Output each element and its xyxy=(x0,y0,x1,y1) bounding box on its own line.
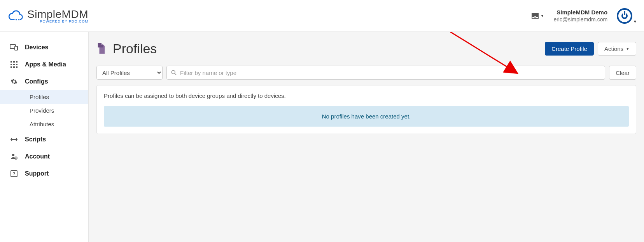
account-icon xyxy=(10,153,18,160)
search-icon xyxy=(171,70,177,75)
inbox-icon xyxy=(531,13,539,19)
support-icon: ? xyxy=(10,170,18,178)
sidebar-item-account[interactable]: Account xyxy=(0,148,88,165)
svg-rect-4 xyxy=(10,61,12,63)
svg-point-0 xyxy=(16,19,17,20)
svg-point-1 xyxy=(18,19,20,20)
svg-rect-10 xyxy=(10,66,12,68)
devices-icon xyxy=(10,44,18,51)
svg-rect-12 xyxy=(16,66,18,68)
svg-rect-11 xyxy=(13,66,15,68)
cloud-icon xyxy=(7,10,23,22)
page-title: Profiles xyxy=(113,41,157,56)
sidebar-item-label: Attributes xyxy=(30,121,54,127)
sidebar-item-apps-media[interactable]: Apps & Media xyxy=(0,56,88,73)
sidebar-subitem-profiles[interactable]: Profiles xyxy=(0,90,88,104)
app-header: SimpleMDM POWERED BY PDQ.COM ▼ SimpleMDM… xyxy=(0,0,644,32)
svg-rect-9 xyxy=(16,64,18,65)
sidebar-item-label: Configs xyxy=(25,78,48,85)
scripts-icon xyxy=(10,136,18,143)
svg-line-18 xyxy=(175,74,177,75)
sidebar-item-support[interactable]: ? Support xyxy=(0,165,88,182)
svg-point-13 xyxy=(12,154,14,156)
brand-logo[interactable]: SimpleMDM POWERED BY PDQ.COM xyxy=(7,8,88,23)
apps-icon xyxy=(10,61,18,68)
empty-state-message: No profiles have been created yet. xyxy=(104,106,629,127)
sidebar-item-configs[interactable]: Configs xyxy=(0,73,88,90)
gear-icon xyxy=(10,78,18,85)
actions-label: Actions xyxy=(604,45,623,52)
main-content: Profiles Create Profile Actions ▼ All Pr… xyxy=(89,32,644,242)
user-info: SimpleMDM Demo eric@simplemdm.com xyxy=(553,9,607,23)
clear-button[interactable]: Clear xyxy=(609,66,636,80)
brand-subtitle: POWERED BY PDQ.COM xyxy=(27,19,88,23)
brand-title: SimpleMDM xyxy=(27,8,88,21)
svg-rect-3 xyxy=(15,46,18,50)
svg-text:?: ? xyxy=(13,171,16,176)
user-email-label: eric@simplemdm.com xyxy=(553,16,607,23)
sidebar-subitem-providers[interactable]: Providers xyxy=(0,104,88,117)
chevron-down-icon: ▼ xyxy=(541,14,544,18)
panel-note: Profiles can be assigned to both device … xyxy=(104,92,629,99)
actions-dropdown-button[interactable]: Actions ▼ xyxy=(598,42,636,56)
power-menu-button[interactable] xyxy=(617,8,632,24)
sidebar-item-label: Support xyxy=(25,170,49,177)
chevron-down-icon: ▼ xyxy=(633,19,637,24)
sidebar-item-label: Providers xyxy=(30,107,54,114)
svg-rect-8 xyxy=(13,64,15,65)
profile-filter-select[interactable]: All Profiles xyxy=(96,66,163,80)
svg-rect-5 xyxy=(13,61,15,63)
svg-point-17 xyxy=(172,70,175,74)
sidebar-item-label: Scripts xyxy=(25,136,46,143)
svg-rect-7 xyxy=(10,64,12,65)
sidebar-item-label: Account xyxy=(25,153,50,160)
inbox-button[interactable]: ▼ xyxy=(531,13,544,19)
sidebar-item-label: Profiles xyxy=(30,94,49,100)
chevron-down-icon: ▼ xyxy=(626,47,630,51)
sidebar-item-scripts[interactable]: Scripts xyxy=(0,131,88,148)
sidebar-item-label: Apps & Media xyxy=(25,61,66,68)
sidebar-item-label: Devices xyxy=(25,44,49,51)
power-icon xyxy=(621,13,628,19)
sidebar-item-devices[interactable]: Devices xyxy=(0,39,88,56)
sidebar: Devices Apps & Media Configs Profiles Pr… xyxy=(0,32,89,242)
filter-input[interactable] xyxy=(166,66,605,80)
sidebar-subitem-attributes[interactable]: Attributes xyxy=(0,117,88,131)
svg-rect-6 xyxy=(16,61,18,63)
profiles-panel: Profiles can be assigned to both device … xyxy=(96,85,636,134)
user-name-label: SimpleMDM Demo xyxy=(553,9,607,16)
create-profile-button[interactable]: Create Profile xyxy=(545,42,594,56)
profiles-icon xyxy=(96,43,108,55)
